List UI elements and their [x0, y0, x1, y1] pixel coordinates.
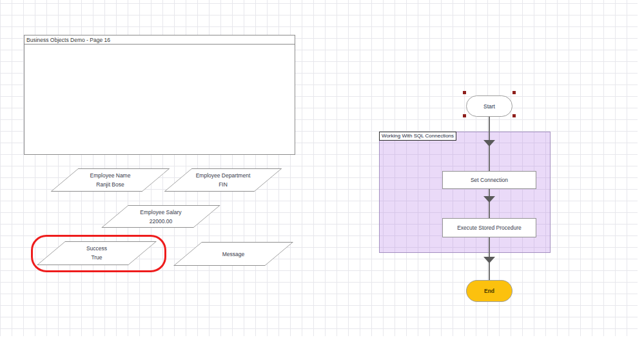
data-item-value: 22000.00 [101, 217, 220, 226]
arrowhead-icon [483, 257, 495, 263]
arrowhead-icon [483, 140, 495, 146]
stage-execute-stored-procedure[interactable]: Execute Stored Procedure [442, 218, 536, 237]
data-stage-employee-salary[interactable]: Employee Salary 22000.00 [101, 205, 220, 228]
group-block-label[interactable]: Working With SQL Connections [379, 132, 456, 141]
data-stage-employee-name[interactable]: Employee Name Ranjit Bose [51, 168, 170, 192]
data-item-name: Employee Salary [101, 208, 220, 217]
data-item-value: Ranjit Bose [51, 180, 170, 189]
start-node[interactable]: Start [466, 95, 512, 117]
data-item-name: Message [222, 250, 245, 259]
data-item-name: Employee Department [164, 171, 282, 180]
data-item-value: FIN [164, 180, 282, 189]
selection-handle-top-left[interactable] [463, 91, 466, 94]
selection-handle-bottom-right[interactable] [512, 114, 516, 117]
stage-label: Execute Stored Procedure [457, 225, 522, 231]
page-title: Business Objects Demo - Page 16 [24, 35, 295, 45]
stage-label: Set Connection [471, 177, 508, 183]
arrowhead-icon [483, 196, 495, 203]
end-node-label: End [484, 288, 494, 294]
stage-set-connection[interactable]: Set Connection [442, 171, 536, 189]
data-stage-message[interactable]: Message [174, 242, 293, 266]
selection-handle-top-right[interactable] [512, 91, 516, 94]
page-info-box[interactable]: Business Objects Demo - Page 16 [24, 35, 295, 155]
selection-handle-bottom-left[interactable] [463, 114, 466, 117]
start-node-label: Start [483, 103, 495, 110]
end-node[interactable]: End [466, 280, 512, 302]
highlight-annotation-ellipse [31, 235, 166, 272]
diagram-grid-canvas: Business Objects Demo - Page 16 Employee… [0, 0, 638, 336]
data-stage-employee-department[interactable]: Employee Department FIN [164, 168, 282, 192]
data-item-name: Employee Name [51, 171, 170, 180]
